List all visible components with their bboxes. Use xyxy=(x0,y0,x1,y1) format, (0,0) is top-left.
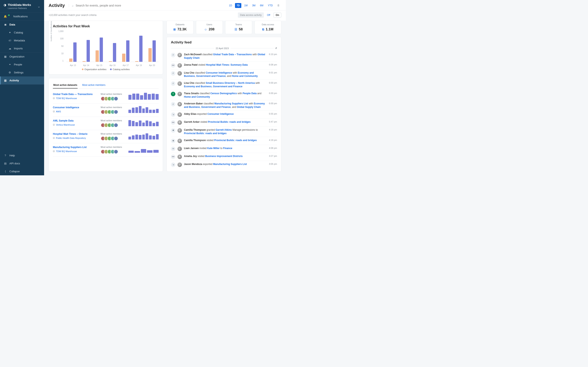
nav-catalog[interactable]: ✦Catalog xyxy=(0,29,44,36)
feed-item: 👓GGarrett Anker visited Provincial Build… xyxy=(171,119,277,127)
avatar[interactable]: Z xyxy=(177,63,182,68)
range-YTD[interactable]: YTD xyxy=(266,3,274,8)
feed-link[interactable]: Provincial Builds: roads and bridges xyxy=(184,132,227,135)
feed-link[interactable]: Government and Finance xyxy=(201,106,231,108)
feed-item: #LLisa Cho classified Small Business Dir… xyxy=(171,80,277,90)
dataset-source[interactable]: AWS xyxy=(56,110,61,113)
avatar[interactable]: Z xyxy=(177,53,182,57)
range-7D[interactable]: 7D xyxy=(235,3,241,8)
nav-activity[interactable]: ▥Activity xyxy=(0,76,44,84)
avatar[interactable]: A xyxy=(177,155,182,159)
feed-item: ⇲AAbby Elias exported Consumer Intellige… xyxy=(171,111,277,119)
layers-icon: ≣ xyxy=(4,23,7,26)
feed-item: #ZZach McDowell classified Global Trade … xyxy=(171,51,277,62)
nav-notifications[interactable]: 🔔 Notifications xyxy=(0,12,44,20)
feed-link[interactable]: Census Demographics xyxy=(210,92,237,95)
feed-link[interactable]: Manufacturing Suppliers List xyxy=(213,163,247,166)
dataset-link[interactable]: Global Trade Data — Transactions xyxy=(53,93,97,96)
collapse-icon: ⟨ xyxy=(4,170,7,173)
feed-link[interactable]: Business Improvement Districts xyxy=(205,155,242,158)
dataset-source[interactable]: Vertica Warehouse xyxy=(56,124,75,126)
dataset-source[interactable]: TDW BQ Warehouse xyxy=(56,150,77,152)
nav-help[interactable]: ?Help xyxy=(0,151,44,159)
sidebar: ◑ThinkData Works Lawrence Nabeara ⌄ 🔔 No… xyxy=(0,0,44,175)
avatar[interactable]: C xyxy=(177,139,182,143)
bar xyxy=(113,43,116,62)
toggle-on[interactable]: On xyxy=(273,13,281,17)
range-6M[interactable]: 6M xyxy=(258,3,265,8)
nav-data[interactable]: ≣Data xyxy=(0,21,44,29)
stat-data-access[interactable]: Data access⎘1.1M xyxy=(255,21,282,34)
avatar[interactable]: T xyxy=(177,92,182,96)
org-switcher[interactable]: ◑ThinkData Works Lawrence Nabeara ⌄ xyxy=(0,0,44,12)
dataset-row: Consumer Intelligence⊡AWSMost active mem… xyxy=(53,104,159,117)
feed-link[interactable]: People Data xyxy=(242,92,257,95)
nav-api-docs[interactable]: ▤API docs xyxy=(0,159,44,167)
dataset-link[interactable]: AML Sample Data xyxy=(53,119,97,122)
feed-link[interactable]: Garrett Atkins xyxy=(216,128,232,131)
avatar[interactable]: L xyxy=(177,81,182,86)
range-3M[interactable]: 3M xyxy=(251,3,257,8)
nav-organization[interactable]: ▦Organization xyxy=(0,53,44,60)
avatar[interactable]: A xyxy=(177,102,182,106)
legend-entry: Organization activities xyxy=(82,68,107,71)
feed-type-icon: ✉ xyxy=(171,147,175,151)
feed-type-icon: # xyxy=(171,81,175,86)
dataset-source[interactable]: TDW BQ Warehouse xyxy=(56,97,77,100)
dataset-link[interactable]: Consumer Intelligence xyxy=(53,106,97,109)
feed-type-icon: # xyxy=(171,53,175,57)
feed-link[interactable]: Global Supply Chain xyxy=(237,106,261,108)
avatar[interactable]: J xyxy=(177,162,182,167)
feed-link[interactable]: Consumer Intelligence xyxy=(208,113,234,115)
stat-users[interactable]: Users☺208 xyxy=(196,21,223,34)
feed-link[interactable]: Provincial Builds: roads and bridges xyxy=(208,120,251,123)
feed-link[interactable]: Global Trade Data – Transactions xyxy=(213,53,252,56)
avatar[interactable] xyxy=(114,96,118,101)
avatar[interactable]: L xyxy=(177,71,182,76)
avatar[interactable] xyxy=(114,123,118,127)
dataset-link[interactable]: Manufacturing Suppliers List xyxy=(53,146,97,149)
avatar[interactable] xyxy=(114,110,118,114)
avatar[interactable]: C xyxy=(177,128,182,133)
nav-imports[interactable]: ☁Imports xyxy=(0,44,44,52)
dataset-source[interactable]: Public Health Data Repository xyxy=(56,137,86,139)
stat-teams[interactable]: Teams☷58 xyxy=(225,21,252,34)
collapse-feed-icon[interactable]: ⇵ xyxy=(275,47,277,50)
dataset-row: Manufacturing Suppliers List⊡TDW BQ Ware… xyxy=(53,143,159,157)
search-input[interactable] xyxy=(76,4,223,7)
avatar[interactable]: A xyxy=(177,112,182,117)
nav-settings[interactable]: ⚙Settings xyxy=(0,68,44,76)
notification-dot xyxy=(8,15,9,16)
feed-link[interactable]: Economy and Business xyxy=(184,85,212,88)
feed-link[interactable]: Kate Miller xyxy=(207,147,220,150)
calendar-icon[interactable]: 🗓 xyxy=(276,3,281,8)
avatar[interactable] xyxy=(114,150,118,154)
dataset-link[interactable]: Hospital Wait Times – Ontario xyxy=(53,133,97,135)
nav-collapse[interactable]: ⟨Collapse xyxy=(0,167,44,175)
feed-link[interactable]: Small Business Directory – North America xyxy=(206,82,255,84)
feed-link[interactable]: Home and Community xyxy=(232,75,258,77)
feed-link[interactable]: Government and Finance xyxy=(196,75,226,77)
tab-members[interactable]: Most active members xyxy=(82,82,106,89)
range-1D[interactable]: 1D xyxy=(227,3,233,8)
feed-item: ✉LLiam Jansen invited Kate Miller to Fin… xyxy=(171,145,277,153)
feed-link[interactable]: Home and Community xyxy=(184,95,210,98)
feed-time: 6:00 pm xyxy=(267,102,277,105)
most-active-card: Most active datasets Most active members… xyxy=(49,78,163,172)
stat-datasets[interactable]: Datasets⊞72.3K xyxy=(167,21,194,34)
feed-link[interactable]: Hospital Wait Times: Summary Data xyxy=(206,63,248,66)
nav-metadata[interactable]: 🏷Metadata xyxy=(0,36,44,44)
feed-link[interactable]: Consumer Intelligence xyxy=(206,71,232,74)
range-1M[interactable]: 1M xyxy=(242,3,249,8)
tab-datasets[interactable]: Most active datasets xyxy=(53,82,78,89)
avatar[interactable] xyxy=(114,136,118,141)
avatar[interactable]: L xyxy=(177,147,182,151)
feed-link[interactable]: Finance xyxy=(223,147,232,150)
feed-link[interactable]: Provincial Builds: roads and bridges xyxy=(214,139,257,142)
avatar[interactable]: G xyxy=(177,120,182,125)
feed-link[interactable]: Government and Finance xyxy=(213,85,242,88)
feed-type-icon: ⇲ xyxy=(171,112,175,117)
feed-link[interactable]: Manufacturing Suppliers List xyxy=(214,102,248,105)
toggle-off[interactable]: Off xyxy=(265,13,272,17)
nav-people[interactable]: ⚭People xyxy=(0,60,44,68)
